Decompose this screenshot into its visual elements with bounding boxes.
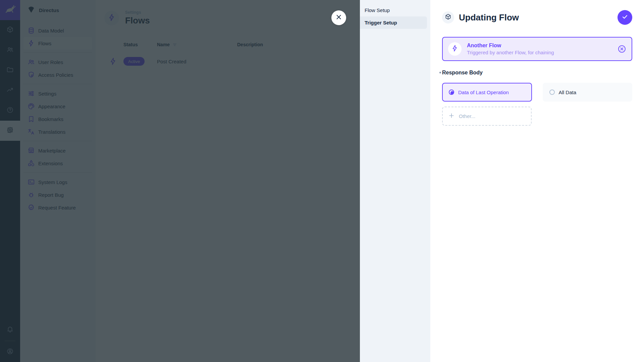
radio-unselected-icon bbox=[549, 89, 555, 95]
drawer-title: Updating Flow bbox=[459, 12, 519, 23]
response-body-label-text: Response Body bbox=[442, 70, 483, 75]
trigger-type-card[interactable]: Another Flow Triggered by another Flow, … bbox=[442, 37, 632, 61]
required-dot bbox=[439, 72, 441, 73]
trigger-icon-circle bbox=[448, 42, 462, 56]
other-option-label: Other... bbox=[459, 113, 475, 119]
drawer-nav: Flow Setup Trigger Setup bbox=[360, 0, 430, 362]
check-icon bbox=[621, 13, 629, 22]
drawer-nav-flow-setup[interactable]: Flow Setup bbox=[360, 4, 427, 16]
radio-label: All Data bbox=[559, 89, 577, 95]
trigger-subtitle: Triggered by another Flow, for chaining bbox=[467, 50, 554, 55]
radio-all-data[interactable]: All Data bbox=[543, 83, 633, 102]
other-option-button[interactable]: Other... bbox=[442, 107, 532, 126]
drawer-nav-trigger-setup[interactable]: Trigger Setup bbox=[360, 16, 427, 29]
response-body-options: Data of Last Operation All Data bbox=[442, 83, 632, 102]
bolt-icon bbox=[451, 45, 459, 53]
drawer-icon-circle bbox=[442, 11, 454, 23]
drawer-overlay[interactable] bbox=[0, 0, 360, 362]
radio-data-of-last-operation[interactable]: Data of Last Operation bbox=[442, 83, 532, 102]
cube-icon bbox=[445, 13, 451, 21]
save-button[interactable] bbox=[618, 10, 632, 25]
deselect-trigger-button[interactable] bbox=[618, 45, 626, 53]
trigger-title: Another Flow bbox=[467, 43, 554, 49]
drawer-header: Updating Flow bbox=[442, 10, 632, 25]
trigger-setup-drawer: Flow Setup Trigger Setup Updating Flow A… bbox=[360, 0, 644, 362]
radio-selected-icon bbox=[449, 89, 454, 95]
radio-label: Data of Last Operation bbox=[458, 89, 509, 95]
close-icon bbox=[335, 13, 342, 22]
plus-icon bbox=[448, 112, 455, 120]
drawer-content: Updating Flow Another Flow Triggered by … bbox=[430, 0, 644, 362]
drawer-close-button[interactable] bbox=[331, 10, 346, 25]
trigger-texts: Another Flow Triggered by another Flow, … bbox=[467, 43, 554, 55]
response-body-label: Response Body bbox=[442, 70, 483, 76]
directus-app: Directus Data Model Flows User Roles Acc… bbox=[0, 0, 644, 362]
